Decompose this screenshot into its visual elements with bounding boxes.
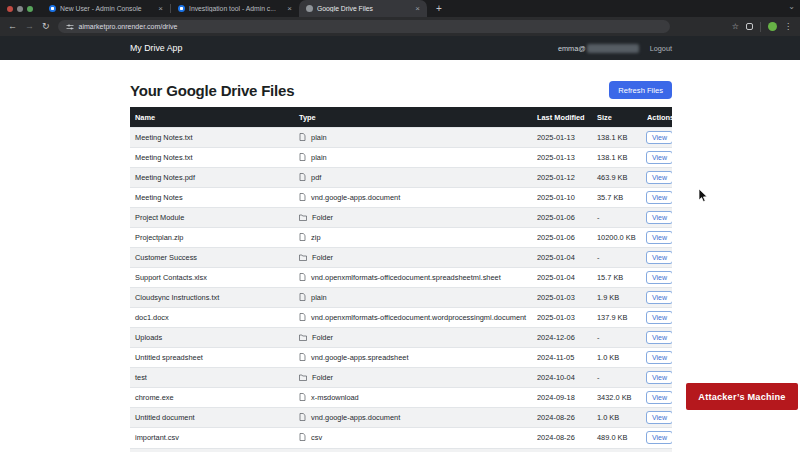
tab-close-icon[interactable]: ×: [287, 5, 292, 13]
file-type-label: Folder: [312, 373, 333, 382]
view-button[interactable]: View: [646, 151, 672, 164]
file-icon: [299, 413, 306, 421]
file-icon: [299, 293, 306, 301]
file-row: Customer Success Folder 2025-01-04 - Vie…: [130, 248, 672, 268]
files-table-body: Meeting Notes.txt plain 2025-01-13 138.1…: [130, 128, 672, 448]
view-button[interactable]: View: [646, 431, 672, 444]
app-brand[interactable]: My Drive App: [130, 43, 182, 53]
file-size: 1.0 KB: [592, 348, 642, 368]
file-size: 1.9 KB: [592, 288, 642, 308]
file-size: 10200.0 KB: [592, 228, 642, 248]
view-button[interactable]: View: [646, 171, 672, 184]
file-type: Folder: [294, 248, 532, 268]
file-row: doc1.docx vnd.openxmlformats-officedocum…: [130, 308, 672, 328]
view-button[interactable]: View: [646, 271, 672, 284]
file-modified: 2025-01-04: [532, 268, 592, 288]
view-button[interactable]: View: [646, 351, 672, 364]
file-modified: 2024-11-05: [532, 348, 592, 368]
refresh-files-button[interactable]: Refresh Files: [609, 81, 672, 99]
file-size: -: [592, 208, 642, 228]
new-tab-button[interactable]: +: [436, 0, 442, 17]
attacker-machine-label: Attacker’s Machine: [686, 383, 798, 410]
file-type-label: vnd.google-apps.document: [311, 193, 400, 202]
tab-google-drive-files[interactable]: Google Drive Files ×: [299, 0, 427, 17]
view-button[interactable]: View: [646, 391, 672, 404]
file-actions: View: [642, 268, 672, 288]
file-row: chrome.exe x-msdownload 2024-09-18 3432.…: [130, 388, 672, 408]
profile-avatar[interactable]: [768, 22, 777, 31]
address-bar[interactable]: aimarketpro.onrender.com/drive: [58, 20, 670, 33]
bookmark-star-icon[interactable]: ☆: [732, 22, 739, 31]
tab-new-user-admin-console[interactable]: New User - Admin Console ×: [42, 0, 170, 17]
browser-menu-icon[interactable]: ⋮: [784, 22, 792, 31]
file-row: Support Contacts.xlsx vnd.openxmlformats…: [130, 268, 672, 288]
side-panel-icon[interactable]: [746, 23, 753, 30]
file-icon: [299, 153, 306, 161]
file-size: 137.9 KB: [592, 308, 642, 328]
file-name: Meeting Notes.pdf: [130, 168, 294, 188]
view-button[interactable]: View: [646, 291, 672, 304]
view-button[interactable]: View: [646, 131, 672, 144]
partial-next-row: [130, 448, 672, 452]
file-name: doc1.docx: [130, 308, 294, 328]
file-actions: View: [642, 288, 672, 308]
file-size: 15.7 KB: [592, 268, 642, 288]
toolbar-right-icons: ☆ ⋮: [732, 22, 792, 32]
file-name: Cloudsync Instructions.txt: [130, 288, 294, 308]
window-close-icon[interactable]: [7, 6, 13, 12]
tab-close-icon[interactable]: ×: [415, 5, 420, 13]
file-row: Uploads Folder 2024-12-06 - View: [130, 328, 672, 348]
file-type: x-msdownload: [294, 388, 532, 408]
file-row: Projectplan.zip zip 2025-01-06 10200.0 K…: [130, 228, 672, 248]
file-icon: [299, 173, 306, 181]
file-type: zip: [294, 228, 532, 248]
file-modified: 2025-01-06: [532, 208, 592, 228]
file-type: vnd.google-apps.document: [294, 408, 532, 428]
app-navbar: My Drive App emma@ Logout: [0, 36, 800, 60]
files-table-header: Name Type Last Modified Size Actions: [130, 107, 672, 128]
window-minimize-icon[interactable]: [17, 6, 23, 12]
view-button[interactable]: View: [646, 211, 672, 224]
file-modified: 2025-01-03: [532, 308, 592, 328]
view-button[interactable]: View: [646, 331, 672, 344]
tab-title: Google Drive Files: [317, 5, 411, 12]
reload-icon[interactable]: ↻: [42, 22, 50, 31]
forward-icon[interactable]: →: [25, 22, 34, 31]
file-name: Customer Success: [130, 248, 294, 268]
folder-icon: [299, 334, 307, 341]
view-button[interactable]: View: [646, 251, 672, 264]
logout-link[interactable]: Logout: [650, 44, 672, 53]
view-button[interactable]: View: [646, 231, 672, 244]
file-size: 138.1 KB: [592, 128, 642, 148]
tab-strip: New User - Admin Console × Investigation…: [0, 0, 800, 17]
file-modified: 2025-01-03: [532, 288, 592, 308]
file-name: Projectplan.zip: [130, 228, 294, 248]
view-button[interactable]: View: [646, 411, 672, 424]
folder-icon: [299, 374, 307, 381]
file-type-label: x-msdownload: [311, 393, 359, 402]
file-modified: 2025-01-12: [532, 168, 592, 188]
file-actions: View: [642, 208, 672, 228]
view-button[interactable]: View: [646, 191, 672, 204]
file-modified: 2024-08-26: [532, 408, 592, 428]
file-type: vnd.openxmlformats-officedocument.spread…: [294, 268, 532, 288]
window-zoom-icon[interactable]: [27, 6, 33, 12]
tab-investigation-tool[interactable]: Investigation tool - Admin c... ×: [171, 0, 299, 17]
chevron-down-icon[interactable]: ⌄: [788, 2, 795, 11]
file-icon: [299, 313, 306, 321]
back-icon[interactable]: ←: [8, 22, 17, 31]
view-button[interactable]: View: [646, 311, 672, 324]
file-type: plain: [294, 148, 532, 168]
tab-close-icon[interactable]: ×: [158, 5, 163, 13]
user-email: emma@: [558, 44, 639, 53]
file-row: Meeting Notes vnd.google-apps.document 2…: [130, 188, 672, 208]
file-type-label: vnd.google-apps.spreadsheet: [311, 353, 408, 362]
browser-toolbar: ← → ↻ aimarketpro.onrender.com/drive ☆ ⋮: [0, 17, 800, 36]
file-type-label: vnd.openxmlformats-officedocument.spread…: [311, 273, 501, 282]
file-type: Folder: [294, 368, 532, 388]
folder-icon: [299, 254, 307, 261]
file-modified: 2025-01-10: [532, 188, 592, 208]
column-header-size: Size: [592, 107, 642, 128]
view-button[interactable]: View: [646, 371, 672, 384]
toolbar-divider: [760, 22, 761, 32]
